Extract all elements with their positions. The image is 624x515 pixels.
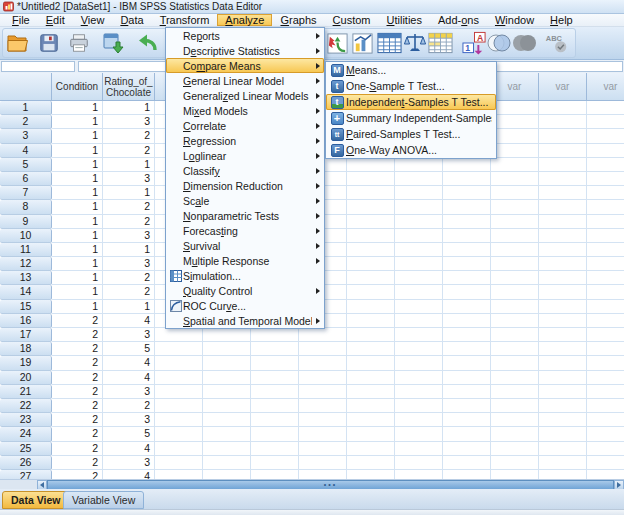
- cell-empty[interactable]: [299, 427, 347, 441]
- cell-empty[interactable]: [491, 200, 539, 214]
- cell-condition[interactable]: 1: [52, 285, 103, 299]
- cell-empty[interactable]: [539, 271, 587, 285]
- row-header[interactable]: 26: [0, 456, 52, 470]
- cell-condition[interactable]: 2: [52, 356, 103, 370]
- cell-empty[interactable]: [155, 399, 203, 413]
- analyze-menu-item-generalized-linear-models[interactable]: Generalized Linear Models: [166, 88, 324, 103]
- analyze-menu-item-classify[interactable]: Classify: [166, 163, 324, 178]
- cell-empty[interactable]: [251, 456, 299, 470]
- cell-empty[interactable]: [251, 385, 299, 399]
- menu-custom[interactable]: Custom: [325, 14, 379, 26]
- cell-empty[interactable]: [539, 427, 587, 441]
- menu-view[interactable]: View: [73, 14, 113, 26]
- submenu-item-one-way-anova[interactable]: FOne-Way ANOVA...: [326, 142, 496, 158]
- row-header[interactable]: 17: [0, 328, 52, 342]
- cell-empty[interactable]: [347, 356, 395, 370]
- cell-empty[interactable]: [347, 200, 395, 214]
- cell-empty[interactable]: [539, 328, 587, 342]
- cell-rating[interactable]: 1: [103, 300, 155, 314]
- cell-empty[interactable]: [347, 271, 395, 285]
- save-icon[interactable]: [36, 30, 62, 56]
- cell-empty[interactable]: [587, 172, 624, 186]
- corner-header-cell[interactable]: [0, 73, 52, 101]
- cell-empty[interactable]: [491, 427, 539, 441]
- cell-rating[interactable]: 3: [103, 229, 155, 243]
- cell-empty[interactable]: [395, 470, 443, 479]
- cell-empty[interactable]: [587, 186, 624, 200]
- tab-variable-view[interactable]: Variable View: [63, 491, 144, 509]
- cell-empty[interactable]: [587, 101, 624, 115]
- cell-condition[interactable]: 1: [52, 271, 103, 285]
- analyze-menu-item-dimension-reduction[interactable]: Dimension Reduction: [166, 178, 324, 193]
- cell-empty[interactable]: [203, 413, 251, 427]
- cell-empty[interactable]: [587, 144, 624, 158]
- cell-empty[interactable]: [203, 342, 251, 356]
- cell-rating[interactable]: 3: [103, 115, 155, 129]
- cell-empty[interactable]: [251, 442, 299, 456]
- cell-rating[interactable]: 5: [103, 427, 155, 441]
- analyze-menu-item-reports[interactable]: Reports: [166, 28, 324, 43]
- goto-case-icon[interactable]: [324, 30, 350, 56]
- row-header[interactable]: 24: [0, 427, 52, 441]
- cell-empty[interactable]: [395, 413, 443, 427]
- cell-empty[interactable]: [587, 314, 624, 328]
- cell-empty[interactable]: [299, 470, 347, 479]
- cell-empty[interactable]: [539, 158, 587, 172]
- row-header[interactable]: 19: [0, 356, 52, 370]
- cell-empty[interactable]: [587, 399, 624, 413]
- cell-rating[interactable]: 2: [103, 215, 155, 229]
- cell-empty[interactable]: [539, 300, 587, 314]
- menu-analyze[interactable]: Analyze: [217, 14, 272, 26]
- menu-window[interactable]: Window: [487, 14, 542, 26]
- cell-condition[interactable]: 1: [52, 101, 103, 115]
- cell-empty[interactable]: [587, 342, 624, 356]
- cell-empty[interactable]: [443, 158, 491, 172]
- cell-empty[interactable]: [539, 371, 587, 385]
- cell-empty[interactable]: [539, 314, 587, 328]
- column-header-var[interactable]: var: [539, 73, 587, 101]
- cell-rating[interactable]: 1: [103, 243, 155, 257]
- cell-empty[interactable]: [539, 229, 587, 243]
- cell-rating[interactable]: 2: [103, 144, 155, 158]
- cell-empty[interactable]: [587, 470, 624, 479]
- row-header[interactable]: 21: [0, 385, 52, 399]
- cell-empty[interactable]: [395, 300, 443, 314]
- cell-reference-box[interactable]: [1, 61, 75, 72]
- cell-condition[interactable]: 1: [52, 200, 103, 214]
- row-header[interactable]: 4: [0, 144, 52, 158]
- row-header[interactable]: 16: [0, 314, 52, 328]
- analyze-menu-item-regression[interactable]: Regression: [166, 133, 324, 148]
- cell-empty[interactable]: [395, 399, 443, 413]
- cell-empty[interactable]: [299, 399, 347, 413]
- cell-empty[interactable]: [203, 356, 251, 370]
- cell-condition[interactable]: 2: [52, 342, 103, 356]
- cell-empty[interactable]: [347, 158, 395, 172]
- cell-empty[interactable]: [539, 356, 587, 370]
- cell-empty[interactable]: [443, 285, 491, 299]
- tab-data-view[interactable]: Data View: [2, 491, 69, 509]
- cell-empty[interactable]: [443, 356, 491, 370]
- cell-empty[interactable]: [155, 413, 203, 427]
- cell-empty[interactable]: [443, 200, 491, 214]
- cell-empty[interactable]: [491, 229, 539, 243]
- cell-condition[interactable]: 1: [52, 215, 103, 229]
- row-header[interactable]: 13: [0, 271, 52, 285]
- cell-empty[interactable]: [251, 356, 299, 370]
- cell-empty[interactable]: [443, 215, 491, 229]
- cell-condition[interactable]: 1: [52, 243, 103, 257]
- cell-empty[interactable]: [395, 427, 443, 441]
- cell-empty[interactable]: [155, 427, 203, 441]
- cell-empty[interactable]: [347, 470, 395, 479]
- cell-condition[interactable]: 2: [52, 314, 103, 328]
- cell-empty[interactable]: [395, 271, 443, 285]
- cell-empty[interactable]: [395, 356, 443, 370]
- cell-rating[interactable]: 5: [103, 342, 155, 356]
- row-header[interactable]: 11: [0, 243, 52, 257]
- analyze-menu-item-quality-control[interactable]: Quality Control: [166, 283, 324, 298]
- cell-empty[interactable]: [587, 129, 624, 143]
- cell-empty[interactable]: [155, 456, 203, 470]
- cell-empty[interactable]: [299, 385, 347, 399]
- cell-empty[interactable]: [491, 342, 539, 356]
- cell-empty[interactable]: [539, 342, 587, 356]
- cell-empty[interactable]: [347, 314, 395, 328]
